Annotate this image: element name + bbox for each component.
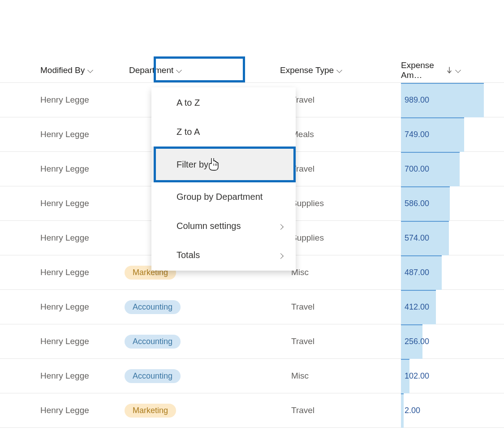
amount-text: 749.00 [401,130,429,139]
column-header-expense-amount[interactable]: Expense Am… [358,60,459,80]
cell-modified-by: Henry Legge [0,267,121,277]
column-header-expense-type[interactable]: Expense Type [246,65,358,75]
cell-department: Accounting [121,300,246,314]
cell-modified-by: Henry Legge [0,336,121,346]
cell-expense-amount: 256.00 [401,324,502,359]
column-dropdown-menu: A to Z Z to A Filter by Group by Departm… [151,87,296,271]
column-header-row: Modified By Department Expense Type Expe… [0,58,504,83]
cell-expense-amount: 989.00 [401,83,502,117]
amount-text: 102.00 [401,371,429,381]
menu-item-sort-z-to-a[interactable]: Z to A [151,117,296,147]
cell-expense-type: Travel [246,336,358,346]
menu-item-label: Filter by [177,159,208,170]
cell-modified-by: Henry Legge [0,233,121,243]
department-pill: Accounting [125,335,181,349]
amount-text: 2.00 [401,406,420,415]
cell-modified-by: Henry Legge [0,164,121,174]
amount-text: 700.00 [401,164,429,174]
menu-item-label: Group by Department [177,192,263,202]
department-pill: Marketing [125,404,176,418]
table-row[interactable]: Henry LeggeMarketingTravel2.00 [0,393,504,428]
cell-expense-type: Misc [246,371,358,381]
chevron-right-icon [278,253,283,258]
cell-expense-amount: 487.00 [401,255,502,290]
menu-item-label: Z to A [177,127,200,137]
amount-text: 574.00 [401,233,429,243]
cell-modified-by: Henry Legge [0,302,121,312]
column-header-label: Modified By [40,65,85,75]
menu-item-label: Column settings [177,221,241,231]
arrow-down-icon [446,66,452,74]
cell-expense-amount: 102.00 [401,359,502,393]
cell-expense-type: Travel [246,405,358,415]
table-row[interactable]: Henry LeggeAccountingTravel412.00 [0,290,504,324]
cell-expense-amount: 749.00 [401,117,502,152]
cell-expense-amount: 2.00 [401,393,502,428]
cell-expense-amount: 574.00 [401,221,502,255]
menu-item-filter-by[interactable]: Filter by [151,147,296,182]
amount-text: 989.00 [401,95,429,105]
cell-expense-amount: 586.00 [401,186,502,221]
table-row[interactable]: Henry LeggeAccountingMisc102.00 [0,359,504,393]
menu-item-group-by[interactable]: Group by Department [151,182,296,211]
amount-text: 487.00 [401,268,429,277]
amount-text: 412.00 [401,302,429,312]
menu-item-totals[interactable]: Totals [151,241,296,270]
annotation-highlight [154,147,296,182]
cell-modified-by: Henry Legge [0,198,121,208]
cell-department: Accounting [121,369,246,383]
column-header-modified-by[interactable]: Modified By [0,65,121,75]
column-header-label: Expense Type [280,65,334,75]
cell-modified-by: Henry Legge [0,405,121,415]
menu-item-label: Totals [177,250,200,260]
cell-modified-by: Henry Legge [0,371,121,381]
cell-modified-by: Henry Legge [0,129,121,139]
cell-department: Marketing [121,404,246,418]
menu-item-label: A to Z [177,98,200,108]
amount-text: 586.00 [401,199,429,208]
cell-expense-type: Travel [246,302,358,312]
cell-expense-amount: 700.00 [401,152,502,186]
department-pill: Accounting [125,300,181,314]
amount-text: 256.00 [401,337,429,346]
department-pill: Accounting [125,369,181,383]
column-header-department[interactable]: Department [121,65,246,75]
cell-department: Accounting [121,335,246,349]
menu-item-sort-a-to-z[interactable]: A to Z [151,88,296,117]
column-header-label: Department [129,65,173,75]
chevron-down-icon [455,68,459,73]
cell-modified-by: Henry Legge [0,95,121,105]
cell-expense-amount: 412.00 [401,290,502,324]
table-row[interactable]: Henry LeggeAccountingTravel256.00 [0,324,504,359]
chevron-down-icon [176,68,181,73]
column-header-label: Expense Am… [401,60,444,80]
chevron-down-icon [336,68,342,73]
chevron-right-icon [278,224,283,229]
menu-item-column-settings[interactable]: Column settings [151,211,296,241]
chevron-down-icon [87,68,93,73]
